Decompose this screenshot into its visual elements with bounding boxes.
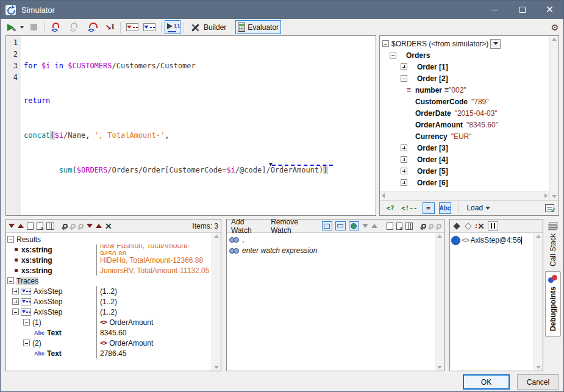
collapse-toggle-icon[interactable]	[401, 75, 407, 82]
scroll-left-icon[interactable]	[382, 193, 385, 198]
tree-row-orderamount[interactable]: OrderAmount "8345.60"	[380, 119, 549, 130]
pause-on-debugpoint-toggle[interactable]	[488, 221, 498, 231]
run-button[interactable]	[5, 20, 26, 34]
step-into-button[interactable]: <>	[48, 20, 66, 34]
expand-toggle-icon[interactable]	[401, 168, 407, 174]
move-down-icon[interactable]	[362, 224, 368, 228]
scroll-down-icon[interactable]	[552, 195, 557, 198]
debugpoints-scrollbar[interactable]	[534, 233, 543, 371]
settings-gear-icon[interactable]: ⚙	[551, 23, 559, 32]
search-prev-icon[interactable]	[429, 224, 434, 229]
comment-button[interactable]: <!--	[401, 202, 418, 214]
scroll-up-icon[interactable]	[437, 235, 442, 238]
search-icon[interactable]	[421, 224, 426, 229]
expand-toggle-icon[interactable]	[401, 144, 407, 151]
builder-button[interactable]: Builder	[187, 20, 229, 34]
results-root-row[interactable]: Results	[6, 234, 212, 244]
scroll-up-icon[interactable]	[552, 38, 557, 41]
xquery-editor[interactable]: 1 2 3 4 for $i in $CUSTOMERS/Customers/C…	[5, 35, 376, 216]
tree-horizontal-scrollbar[interactable]	[380, 191, 549, 200]
debugpoint-row[interactable]: <> AxisStep@4:56	[450, 234, 534, 246]
step-over-button[interactable]: <>	[84, 20, 102, 34]
search-icon[interactable]	[63, 224, 68, 229]
tracepoint-marker[interactable]: OrderAmount))	[271, 165, 328, 176]
add-watch-button[interactable]: Add Watch	[229, 218, 266, 235]
expand-toggle-icon[interactable]	[401, 63, 407, 70]
search-next-icon[interactable]	[79, 224, 84, 229]
tree-row-orders[interactable]: Orders	[380, 49, 549, 61]
results-scrollbar[interactable]	[212, 233, 221, 371]
tree-row-attr-number[interactable]: = number = "002"	[380, 84, 549, 96]
scroll-right-icon[interactable]	[544, 193, 548, 198]
trace-row[interactable]: AxisStep (1..2)	[6, 286, 212, 296]
tab-debugpoints[interactable]: Debugpoints	[545, 271, 561, 337]
columns-icon[interactable]	[405, 223, 413, 230]
expand-toggle-icon[interactable]	[401, 156, 407, 163]
move-down-icon[interactable]	[9, 224, 15, 228]
watch-scrollbar[interactable]	[435, 233, 444, 371]
watch-list[interactable]: , enter watch expression	[227, 233, 435, 371]
run-to-cursor-button[interactable]: ↘I	[102, 20, 117, 34]
insert-tracepoint-button[interactable]	[141, 20, 158, 34]
scroll-down-icon[interactable]	[536, 366, 541, 369]
scroll-up-icon[interactable]	[214, 235, 219, 238]
watch-expression[interactable]: ,	[242, 235, 244, 244]
traces-root-row[interactable]: Traces	[6, 276, 212, 286]
source-dropdown-button[interactable]	[490, 39, 501, 49]
watch-row[interactable]: ,	[227, 234, 435, 245]
watch-row-new[interactable]: enter watch expression	[227, 245, 435, 256]
start-debugger-button[interactable]: ll	[165, 20, 180, 34]
results-list[interactable]: Results xs:string New Fashion, TotalAmou…	[6, 233, 212, 371]
collapse-toggle-icon[interactable]	[390, 52, 396, 59]
copy-icon[interactable]	[387, 223, 393, 230]
prev-result-icon[interactable]	[96, 224, 102, 228]
trace-text-row[interactable]: AbcText 8345.60	[6, 327, 212, 338]
expand-toggle-icon[interactable]	[401, 179, 407, 186]
collapse-toggle-icon[interactable]	[12, 308, 19, 315]
trace-text-row[interactable]: AbcText 2786.45	[6, 348, 212, 358]
trace-row[interactable]: AxisStep (1..2)	[6, 307, 212, 317]
next-result-icon[interactable]	[87, 224, 93, 228]
insert-breakpoint-button[interactable]	[124, 20, 141, 34]
copy-all-icon[interactable]	[396, 223, 402, 230]
tree-row-customercode[interactable]: CustomerCode "789"	[380, 96, 549, 107]
delete-all-debugpoints-button[interactable]: ✕	[476, 222, 485, 230]
processing-instruction-button[interactable]: <?	[384, 202, 396, 214]
trace-item-row[interactable]: (2) <>OrderAmount	[6, 338, 212, 348]
tree-row-order3[interactable]: Order [3]	[380, 142, 549, 154]
show-attributes-toggle[interactable]: =	[423, 202, 435, 214]
collapse-toggle-icon[interactable]	[7, 236, 14, 243]
close-button[interactable]: ✕	[536, 1, 563, 19]
minimize-button[interactable]	[481, 1, 509, 19]
step-out-button[interactable]: <>	[66, 20, 84, 34]
collapse-toggle-icon[interactable]	[23, 319, 30, 326]
move-up-icon[interactable]	[18, 224, 24, 228]
tab-call-stack[interactable]: Call Stack	[545, 219, 561, 271]
clear-results-icon[interactable]: ✕	[105, 222, 112, 230]
debugpoint-label[interactable]: AxisStep@4:56	[470, 236, 521, 244]
stop-button[interactable]	[26, 20, 41, 34]
scroll-down-icon[interactable]	[437, 366, 442, 369]
copy-all-icon[interactable]	[37, 223, 43, 230]
collapse-toggle-icon[interactable]	[23, 340, 30, 346]
remove-watch-button[interactable]: Remove Watch	[269, 218, 319, 235]
tree-row-order2[interactable]: Order [2]	[380, 73, 549, 84]
load-dropdown-button[interactable]: Load	[466, 204, 490, 212]
tree-row-orderdate[interactable]: OrderDate "2015-04-03"	[380, 107, 549, 119]
debugpoints-list[interactable]: <> AxisStep@4:56	[450, 233, 534, 371]
watch-placeholder[interactable]: enter watch expression	[242, 246, 317, 255]
tree-row-order5[interactable]: Order [5]	[380, 165, 549, 177]
orders-tree[interactable]: $ORDERS (<from simulator>) Orders Order …	[380, 36, 559, 200]
tree-vertical-scrollbar[interactable]	[549, 36, 559, 200]
scroll-up-icon[interactable]	[536, 235, 541, 238]
result-row[interactable]: xs:string HiDeHo, TotalAmount-12366.88	[6, 255, 212, 265]
watch-view-toggle-1[interactable]	[322, 221, 332, 230]
tree-row-currency[interactable]: Currency "EUR"	[380, 130, 549, 142]
cancel-button[interactable]: Cancel	[517, 374, 559, 390]
watch-view-toggle-2[interactable]	[335, 221, 346, 230]
result-row[interactable]: xs:string New Fashion, TotalAmount-9450.…	[6, 244, 212, 255]
tree-row-order4[interactable]: Order [4]	[380, 154, 549, 165]
scroll-down-icon[interactable]	[214, 366, 219, 369]
expand-toggle-icon[interactable]	[12, 288, 19, 294]
result-row[interactable]: xs:string JuniorsRV, TotalAmount-11132.0…	[6, 265, 212, 276]
